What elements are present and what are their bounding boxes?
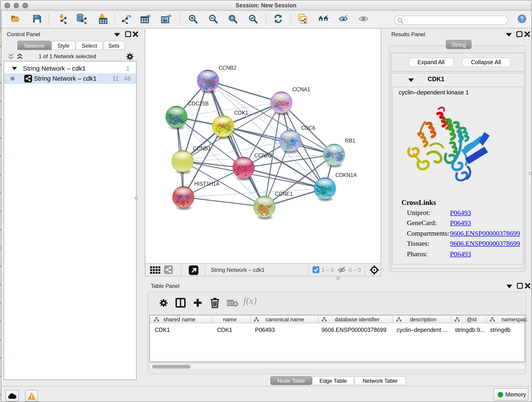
svg-text:RB1: RB1 [345, 138, 355, 144]
svg-text:CCNA1: CCNA1 [292, 86, 310, 92]
svg-text:CDC6: CDC6 [301, 125, 316, 131]
svg-text:HIST1H1A: HIST1H1A [194, 181, 220, 187]
svg-text:CDC25B: CDC25B [188, 101, 209, 107]
svg-text:CDK1: CDK1 [234, 110, 248, 116]
svg-text:CDKN1A: CDKN1A [336, 172, 357, 178]
svg-text:CCNE1: CCNE1 [275, 191, 293, 197]
svg-text:CCNB2: CCNB2 [219, 65, 236, 71]
svg-text:?: ? [520, 15, 524, 22]
svg-text:CCNA2: CCNA2 [254, 153, 272, 158]
svg-text:CCNB1: CCNB1 [193, 146, 211, 152]
